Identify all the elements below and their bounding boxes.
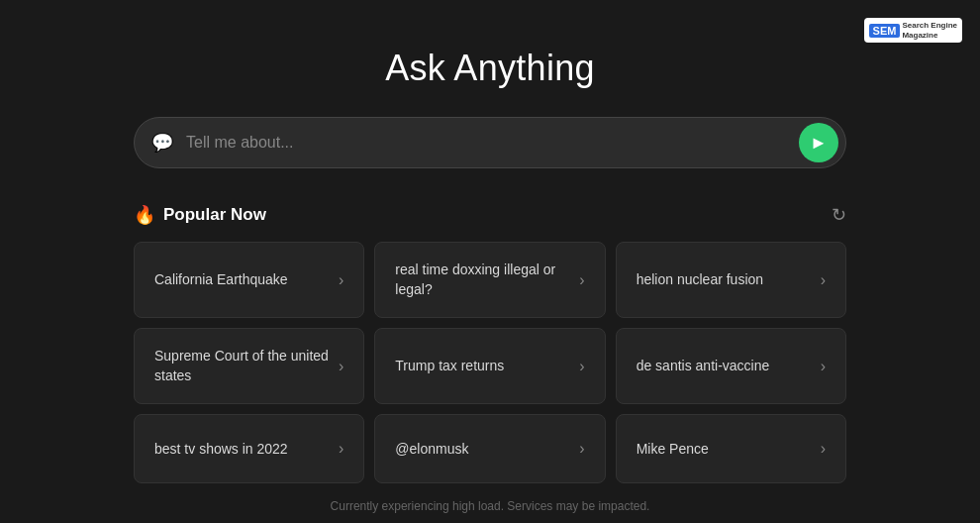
topic-label: real time doxxing illegal or legal?	[395, 261, 579, 299]
topic-card[interactable]: best tv shows in 2022›	[134, 414, 364, 483]
topic-card[interactable]: de santis anti-vaccine›	[616, 328, 846, 404]
topic-label: @elonmusk	[395, 440, 579, 460]
topic-arrow-icon: ›	[339, 358, 343, 375]
topic-arrow-icon: ›	[579, 358, 584, 375]
fire-icon: 🔥	[134, 204, 155, 226]
topic-card[interactable]: helion nuclear fusion›	[616, 242, 846, 318]
topic-card[interactable]: California Earthquake›	[134, 242, 364, 318]
topic-label: Supreme Court of the united states	[154, 347, 339, 385]
topic-arrow-icon: ›	[579, 271, 584, 289]
topic-card[interactable]: Supreme Court of the united states›	[134, 328, 364, 404]
topic-label: Trump tax returns	[395, 357, 579, 376]
search-submit-button[interactable]: ►	[799, 123, 838, 162]
sem-badge: SEM	[869, 24, 901, 38]
topic-label: de santis anti-vaccine	[637, 357, 821, 376]
topic-arrow-icon: ›	[821, 271, 826, 289]
topic-arrow-icon: ›	[339, 440, 343, 458]
topic-label: Mike Pence	[637, 440, 821, 460]
main-content: Ask Anything 💬 ► 🔥 Popular Now ↻ Califor…	[0, 0, 980, 483]
sem-logo: SEM Search Engine Magazine	[864, 18, 962, 43]
topic-label: California Earthquake	[154, 270, 339, 290]
popular-header: 🔥 Popular Now ↻	[134, 204, 846, 226]
popular-title-label: Popular Now	[163, 205, 266, 225]
status-bar: Currently experiencing high load. Servic…	[331, 499, 650, 513]
arrow-right-icon: ►	[810, 133, 828, 154]
topic-label: best tv shows in 2022	[154, 440, 339, 460]
topic-label: helion nuclear fusion	[637, 270, 821, 290]
popular-section: 🔥 Popular Now ↻ California Earthquake›re…	[134, 204, 846, 483]
topic-card[interactable]: @elonmusk›	[374, 414, 605, 483]
search-bar-wrapper: 💬 ►	[134, 117, 846, 168]
popular-title-group: 🔥 Popular Now	[134, 204, 266, 226]
logo-tagline: Search Engine Magazine	[902, 21, 957, 40]
topic-arrow-icon: ›	[821, 358, 826, 375]
topic-arrow-icon: ›	[579, 440, 584, 458]
search-input[interactable]	[134, 117, 846, 168]
topic-card[interactable]: Trump tax returns›	[374, 328, 605, 404]
chat-icon: 💬	[151, 132, 173, 154]
topics-grid: California Earthquake›real time doxxing …	[134, 242, 846, 483]
topic-card[interactable]: real time doxxing illegal or legal?›	[374, 242, 605, 318]
page-title: Ask Anything	[385, 48, 595, 89]
topic-card[interactable]: Mike Pence›	[616, 414, 846, 483]
topic-arrow-icon: ›	[821, 440, 826, 458]
topic-arrow-icon: ›	[339, 271, 343, 289]
refresh-icon[interactable]: ↻	[832, 204, 846, 226]
